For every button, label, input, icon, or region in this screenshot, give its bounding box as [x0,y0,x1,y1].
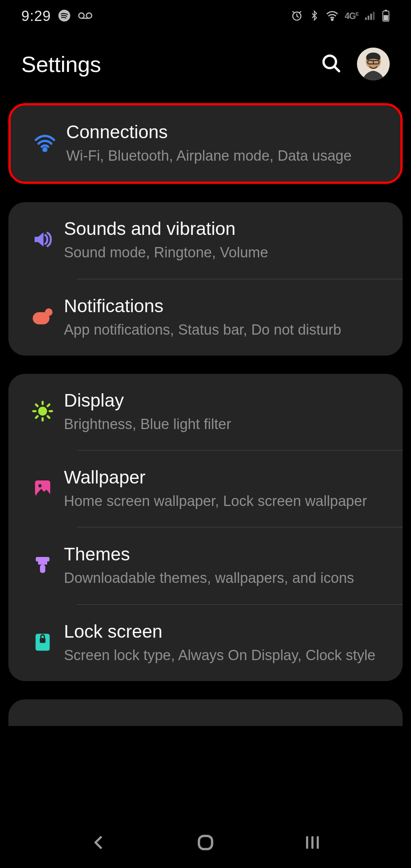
svg-rect-34 [38,562,47,565]
themes-icon [33,555,52,577]
settings-group-peek[interactable] [8,699,403,726]
svg-rect-35 [40,565,45,573]
svg-point-22 [38,407,47,415]
row-subtitle: Home screen wallpaper, Lock screen wallp… [64,491,387,511]
row-connections[interactable]: Connections Wi-Fi, Bluetooth, Airplane m… [11,105,400,182]
row-subtitle: Brightness, Blue light filter [64,415,387,434]
svg-line-28 [48,416,49,418]
svg-point-2 [86,13,92,18]
nav-back-icon[interactable] [89,833,108,853]
search-icon[interactable] [320,53,342,75]
4g-icon: 4GE [345,11,358,21]
wifi-icon [33,134,56,153]
status-right: 4GE [291,10,390,23]
svg-rect-7 [368,16,369,20]
status-left: 9:29 [21,8,93,24]
svg-line-29 [36,416,38,418]
wallpaper-icon [33,479,52,499]
svg-point-19 [43,148,46,151]
bluetooth-icon [309,10,320,23]
row-subtitle: Downloadable themes, wallpapers, and ico… [64,568,387,588]
lock-icon [35,632,51,654]
status-bar: 9:29 4GE [0,0,411,32]
header: Settings [0,32,411,103]
row-title: Notifications [64,295,387,316]
avatar[interactable] [357,48,390,80]
settings-group-display: Display Brightness, Blue light filter Wa… [8,374,403,681]
wifi-status-icon [326,10,339,22]
row-title: Lock screen [64,621,387,642]
navigation-bar [0,819,411,868]
alarm-icon [291,10,303,23]
row-sounds[interactable]: Sounds and vibration Sound mode, Rington… [8,202,403,278]
display-icon [32,400,53,423]
signal-icon [365,11,376,22]
svg-rect-33 [36,557,49,562]
svg-line-30 [48,405,49,406]
row-wallpaper[interactable]: Wallpaper Home screen wallpaper, Lock sc… [8,451,403,527]
row-title: Themes [64,544,387,565]
svg-rect-9 [373,12,374,20]
nav-home-icon[interactable] [196,833,215,854]
row-title: Wallpaper [64,467,387,488]
row-subtitle: Screen lock type, Always On Display, Clo… [64,646,387,665]
spotify-icon [58,9,71,24]
sound-icon [32,230,53,250]
svg-line-14 [335,67,339,71]
row-notifications[interactable]: Notifications App notifications, Status … [8,279,403,356]
settings-group-connections: Connections Wi-Fi, Bluetooth, Airplane m… [8,103,403,184]
notification-icon [32,308,53,327]
svg-point-5 [331,19,333,20]
svg-point-32 [38,484,42,488]
svg-rect-38 [199,836,212,849]
page-title: Settings [21,51,101,77]
svg-rect-11 [385,10,387,11]
svg-rect-6 [365,18,366,20]
row-subtitle: App notifications, Status bar, Do not di… [64,320,387,340]
nav-recent-icon[interactable] [303,834,322,852]
svg-point-21 [45,308,53,316]
settings-group-sound: Sounds and vibration Sound mode, Rington… [8,202,403,356]
row-subtitle: Wi-Fi, Bluetooth, Airplane mode, Data us… [66,146,385,166]
svg-line-27 [36,405,38,406]
svg-point-1 [79,13,84,18]
row-lockscreen[interactable]: Lock screen Screen lock type, Always On … [8,605,403,681]
row-title: Sounds and vibration [64,218,387,239]
svg-rect-37 [40,638,46,643]
status-time: 9:29 [21,8,51,24]
row-subtitle: Sound mode, Ringtone, Volume [64,243,387,262]
svg-rect-12 [384,15,388,20]
row-title: Connections [66,121,385,142]
row-title: Display [64,390,387,411]
row-display[interactable]: Display Brightness, Blue light filter [8,374,403,450]
row-themes[interactable]: Themes Downloadable themes, wallpapers, … [8,528,403,604]
voicemail-icon [78,11,93,22]
battery-icon [382,10,390,23]
svg-rect-8 [370,14,372,20]
